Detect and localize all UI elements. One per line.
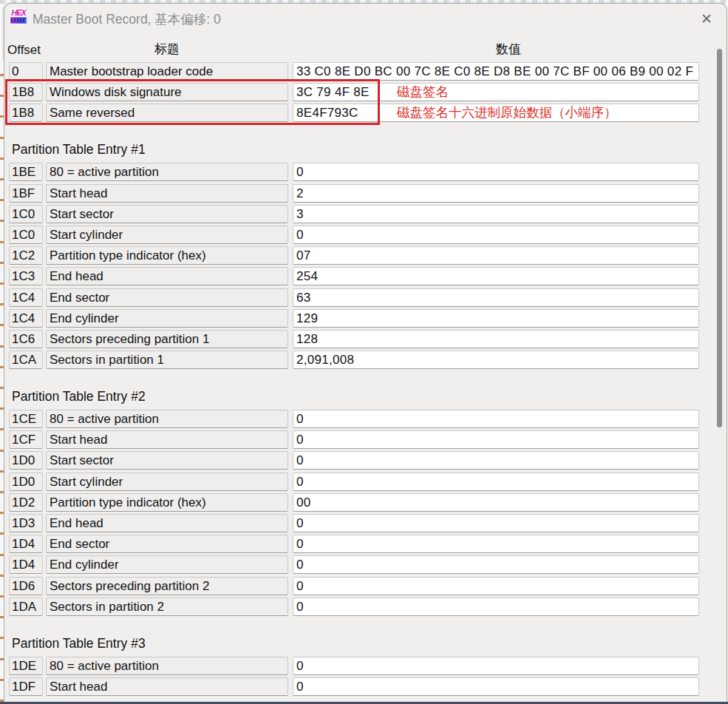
row-value-field[interactable]: 0 [293, 163, 699, 181]
column-header-value: 数值 [496, 41, 521, 58]
table-section: Partition Table Entry #3 1DE 80 = active… [9, 635, 727, 696]
row-value-field[interactable]: 0 [293, 473, 699, 491]
row-offset: 1B8 [9, 83, 43, 101]
row-value-field[interactable]: 07 [293, 246, 699, 265]
row-value-field[interactable]: 128 [293, 330, 699, 348]
section-rows: 1BE 80 = active partition 0 1BF Start he… [9, 163, 727, 369]
row-title: End sector [46, 288, 288, 307]
row-value-field[interactable]: 0 [293, 677, 699, 696]
section-header: Partition Table Entry #2 [9, 388, 727, 405]
row-value-field[interactable]: 0 [293, 535, 699, 553]
row-offset: 1D0 [9, 473, 43, 491]
row-offset: 1C4 [9, 288, 43, 307]
row-value-field[interactable]: 0 [293, 514, 699, 532]
table-row: 1C2 Partition type indicator (hex) 07 [9, 246, 727, 265]
table-row: 1D0 Start cylinder 0 [9, 473, 727, 491]
hex-icon-bar [10, 17, 27, 24]
row-title: Start sector [46, 451, 288, 470]
row-offset: 1C0 [9, 226, 43, 244]
row-offset: 1BE [9, 163, 43, 181]
row-value-field[interactable]: 2,091,008 [293, 351, 699, 369]
row-offset: 1C3 [9, 267, 43, 285]
table-row: 1DE 80 = active partition 0 [9, 657, 727, 675]
row-offset: 1DF [9, 677, 43, 696]
row-value-field[interactable]: 3C 79 4F 8E [293, 83, 699, 101]
row-value-field[interactable]: 33 C0 8E D0 BC 00 7C 8E C0 8E D8 BE 00 7… [293, 62, 699, 81]
row-value-field[interactable]: 2 [293, 184, 699, 203]
row-title: Windows disk signature [46, 83, 288, 101]
title-bar[interactable]: HEX Master Boot Record, 基本偏移: 0 ✕ [4, 4, 727, 33]
row-value-field[interactable]: 0 [293, 410, 699, 428]
table-row: 1C3 End head 254 [9, 267, 727, 285]
row-value-field[interactable]: 0 [293, 555, 699, 574]
row-value-field[interactable]: 0 [293, 657, 699, 675]
table-row: 1C0 Start sector 3 [9, 205, 727, 223]
row-title: Start sector [46, 205, 288, 223]
vertical-scrollbar[interactable] [713, 37, 725, 704]
row-offset: 1CA [9, 351, 43, 369]
table-row: 1C6 Sectors preceding partition 1 128 [9, 330, 727, 348]
row-title: Partition type indicator (hex) [46, 493, 288, 512]
row-value-field[interactable]: 0 [293, 226, 699, 244]
row-title: 80 = active partition [46, 657, 288, 675]
table-row: 1D4 End sector 0 [9, 535, 727, 553]
table-row: 1D6 Sectors preceding partition 2 0 [9, 577, 727, 595]
column-header-title: 标题 [154, 41, 180, 58]
close-button[interactable]: ✕ [695, 7, 718, 30]
row-title: Same reversed [46, 104, 288, 122]
scrollbar-thumb[interactable] [717, 49, 722, 427]
row-title: Start head [46, 430, 288, 449]
hex-icon-text: HEX [10, 8, 27, 17]
table-row: 1D3 End head 0 [9, 514, 727, 532]
table-row: 1DF Start head 0 [9, 677, 727, 696]
row-value-field[interactable]: 0 [293, 451, 699, 470]
row-title: Start cylinder [46, 473, 288, 491]
table-row: 1C4 End sector 63 [9, 288, 727, 307]
row-offset: 1D4 [9, 535, 43, 553]
row-offset: 1B8 [9, 104, 43, 122]
row-value-field[interactable]: 3 [293, 205, 699, 223]
row-offset: 1D3 [9, 514, 43, 532]
row-value-field[interactable]: 63 [293, 288, 699, 307]
row-value-field[interactable]: 129 [293, 309, 699, 328]
table-row: 1CF Start head 0 [9, 430, 727, 449]
template-table: 0 Master bootstrap loader code 33 C0 8E … [4, 62, 727, 696]
row-value-field[interactable]: 0 [293, 430, 699, 449]
column-header-row: Offset 标题 数值 [4, 33, 727, 62]
row-value-field[interactable]: 0 [293, 598, 699, 616]
row-offset: 1D0 [9, 451, 43, 470]
screen: HEX Master Boot Record, 基本偏移: 0 ✕ Offset… [0, 0, 728, 704]
row-offset: 1C2 [9, 246, 43, 265]
row-offset: 1D6 [9, 577, 43, 595]
table-row: 1DA Sectors in partition 2 0 [9, 598, 727, 616]
row-title: Partition type indicator (hex) [46, 246, 288, 265]
column-header-offset: Offset [7, 43, 41, 58]
row-value-field[interactable]: 0 [293, 577, 699, 595]
row-offset: 1DA [9, 598, 43, 616]
table-row: 1C0 Start cylinder 0 [9, 226, 727, 244]
table-row: 1CE 80 = active partition 0 [9, 410, 727, 428]
table-section: Partition Table Entry #2 1CE 80 = active… [9, 388, 727, 616]
row-offset: 1BF [9, 184, 43, 203]
background-window-sliver-left [0, 59, 4, 702]
table-row: 1B8 Same reversed 8E4F793C [9, 104, 727, 122]
row-title: End cylinder [46, 555, 288, 574]
row-offset: 1C0 [9, 205, 43, 223]
row-value-field[interactable]: 00 [293, 493, 699, 512]
table-row: 1C4 End cylinder 129 [9, 309, 727, 328]
row-offset: 1CF [9, 430, 43, 449]
row-title: 80 = active partition [46, 410, 288, 428]
section-rows: 0 Master bootstrap loader code 33 C0 8E … [9, 62, 727, 122]
table-section: Partition Table Entry #1 1BE 80 = active… [9, 141, 727, 369]
row-offset: 1D2 [9, 493, 43, 512]
row-title: End cylinder [46, 309, 288, 328]
row-offset: 0 [9, 62, 43, 81]
row-offset: 1DE [9, 657, 43, 675]
row-title: Start head [46, 184, 288, 203]
row-value-field[interactable]: 254 [293, 267, 699, 285]
annotation-raw-little-endian: 磁盘签名十六进制原始数据（小端序） [397, 104, 617, 122]
section-header: Partition Table Entry #1 [9, 141, 727, 158]
section-rows: 1CE 80 = active partition 0 1CF Start he… [9, 410, 727, 616]
table-section: 0 Master bootstrap loader code 33 C0 8E … [9, 62, 727, 122]
row-title: End sector [46, 535, 288, 553]
